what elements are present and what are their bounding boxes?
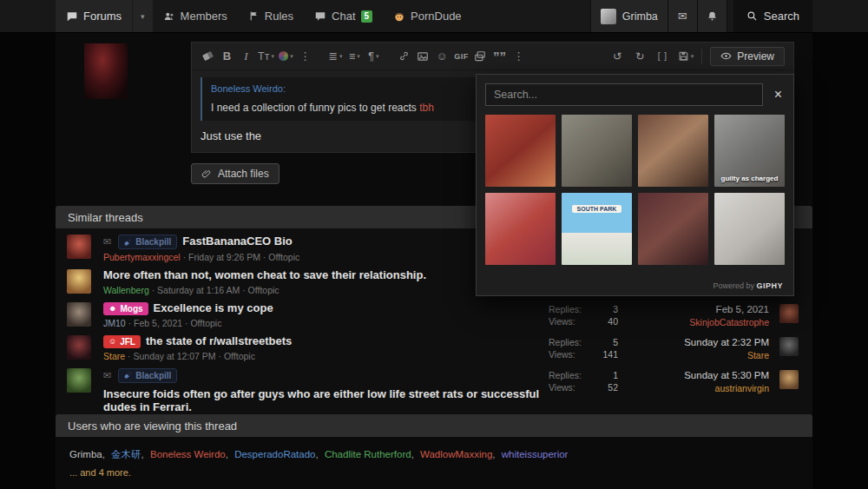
bold-button[interactable]: B xyxy=(220,47,234,66)
chevron-down-icon: ▾ xyxy=(271,53,274,60)
gif-thumbnail[interactable]: SOUTH PARK xyxy=(562,193,632,265)
quote-highlight: tbh xyxy=(419,102,434,114)
ellipsis-icon: ⋮ xyxy=(513,50,524,63)
nav-item-chat[interactable]: Chat 5 xyxy=(304,0,383,32)
nav-item-rules[interactable]: Rules xyxy=(238,0,304,32)
gif-button[interactable]: GIF xyxy=(454,47,469,66)
list-button[interactable]: ≣▾ xyxy=(328,47,343,66)
viewer-name[interactable]: Boneless Weirdo xyxy=(150,449,226,459)
last-post-date[interactable]: Sunday at 2:32 PM xyxy=(630,337,769,347)
thread-forum[interactable]: Offtopic xyxy=(224,351,255,361)
thread-avatar[interactable] xyxy=(67,368,91,393)
more-insert-button[interactable]: ⋮ xyxy=(511,47,526,66)
remove-formatting-button[interactable] xyxy=(201,47,215,66)
prefix-blackpill[interactable]: Blackpill xyxy=(118,235,177,249)
gif-thumbnail[interactable] xyxy=(638,193,708,265)
thread-meta: Stare · Sunday at 12:07 PM · Offtopic xyxy=(103,351,540,361)
thread-title[interactable]: FastBananaCEO Bio xyxy=(182,235,292,248)
align-button[interactable]: ≡▾ xyxy=(347,47,362,66)
close-icon[interactable]: × xyxy=(772,88,785,102)
thread-avatar[interactable] xyxy=(67,335,91,360)
nav-item-members[interactable]: Members xyxy=(153,0,238,32)
last-poster-avatar[interactable] xyxy=(779,337,799,356)
thread-author[interactable]: Stare xyxy=(103,351,125,361)
insert-media-button[interactable] xyxy=(473,47,488,66)
last-poster[interactable]: SkinjobCatastrophe xyxy=(630,317,769,327)
gif-thumbnail[interactable] xyxy=(638,115,708,187)
gif-thumbnail[interactable] xyxy=(485,193,556,265)
thread-title[interactable]: the state of r/wallstreetbets xyxy=(146,335,292,348)
gif-thumbnail[interactable] xyxy=(562,115,632,187)
redo-button[interactable]: ↻ xyxy=(633,47,648,66)
more-format-button[interactable]: ⋮ xyxy=(298,47,312,66)
thread-forum[interactable]: Offtopic xyxy=(190,318,221,328)
thread-title[interactable]: Insecure foids often go after guys who a… xyxy=(103,388,540,414)
forums-icon xyxy=(66,10,78,23)
chevron-down-icon: ▾ xyxy=(141,12,145,21)
ellipsis-icon: ⋮ xyxy=(299,50,311,63)
thread-author[interactable]: Wallenberg xyxy=(103,285,149,295)
gif-thumbnail[interactable] xyxy=(485,115,556,187)
last-poster-avatar[interactable] xyxy=(779,304,799,323)
prefix-jfl[interactable]: ☺JFL xyxy=(103,335,141,348)
attach-files-button[interactable]: Attach files xyxy=(191,163,279,184)
gif-thumbnail[interactable] xyxy=(714,193,785,265)
smilie-button[interactable]: ☺ xyxy=(435,47,450,66)
insert-image-button[interactable] xyxy=(416,47,431,66)
mogs-icon: ☻ xyxy=(108,305,116,313)
last-poster[interactable]: austrianvirgin xyxy=(630,383,769,393)
paragraph-button[interactable]: ¶▾ xyxy=(366,47,381,66)
thread-forum[interactable]: Offtopic xyxy=(268,252,299,262)
thread-title[interactable]: More often than not, women cheat to save… xyxy=(103,269,426,282)
envelope-icon: ✉ xyxy=(678,10,687,23)
viewer-name[interactable]: DesperadoRatado xyxy=(234,449,315,459)
nav-messages-button[interactable]: ✉ xyxy=(668,0,698,32)
last-poster[interactable]: Stare xyxy=(630,350,769,360)
thread-row: ☺JFL the state of r/wallstreetbets Stare… xyxy=(56,332,812,365)
current-user-post-avatar[interactable] xyxy=(84,43,128,99)
thread-meta: JM10 · Feb 5, 2021 · Offtopic xyxy=(103,318,540,328)
porndude-icon xyxy=(393,10,405,23)
undo-button[interactable]: ↺ xyxy=(610,47,625,66)
viewer-name[interactable]: whiteissuperior xyxy=(502,449,569,459)
nav-chat-label: Chat xyxy=(332,10,355,23)
prefix-mogs[interactable]: ☻Mogs xyxy=(103,302,148,315)
last-poster-avatar[interactable] xyxy=(779,370,799,389)
nav-username: Grimba xyxy=(622,10,658,23)
viewer-name[interactable]: WadlowMaxxing xyxy=(420,449,492,459)
link-icon xyxy=(398,50,410,62)
gif-search-row: × xyxy=(485,83,785,106)
thread-forum[interactable]: Offtopic xyxy=(248,285,279,295)
thread-title[interactable]: Excellence is my cope xyxy=(154,302,273,315)
pill-icon xyxy=(124,372,133,380)
bbcode-toggle-button[interactable]: [ ] xyxy=(655,47,670,66)
italic-button[interactable]: I xyxy=(239,47,253,66)
thread-author[interactable]: JM10 xyxy=(103,318,126,328)
nav-item-porndude[interactable]: PornDude xyxy=(383,0,472,32)
gif-thumbnail[interactable]: guilty as charged xyxy=(714,115,785,187)
thread-avatar[interactable] xyxy=(67,302,91,327)
quote-button[interactable]: ”” xyxy=(492,47,507,66)
text-color-button[interactable]: ▾ xyxy=(279,47,293,66)
nav-user-button[interactable]: Grimba xyxy=(590,0,668,32)
preview-button[interactable]: Preview xyxy=(710,47,785,66)
thread-avatar[interactable] xyxy=(67,235,91,259)
font-size-button[interactable]: Tᴛ▾ xyxy=(258,47,274,66)
last-post-date[interactable]: Feb 5, 2021 xyxy=(630,304,769,314)
viewer-name[interactable]: 金木研 xyxy=(111,449,141,459)
gif-search-input[interactable] xyxy=(485,83,763,106)
drafts-button[interactable]: ▾ xyxy=(678,47,694,66)
nav-alerts-button[interactable] xyxy=(698,0,727,32)
thread-main: ☺JFL the state of r/wallstreetbets Stare… xyxy=(103,335,549,361)
viewer-name[interactable]: Chadlite Rutherford xyxy=(325,449,411,459)
nav-forums-dropdown[interactable]: ▾ xyxy=(132,0,153,32)
nav-item-forums[interactable]: Forums xyxy=(56,0,132,32)
thread-author[interactable]: Pubertymaxxingcel xyxy=(103,252,181,262)
rules-icon xyxy=(248,10,260,22)
prefix-blackpill[interactable]: Blackpill xyxy=(118,368,177,383)
insert-link-button[interactable] xyxy=(397,47,411,66)
last-post-date[interactable]: Sunday at 5:30 PM xyxy=(630,370,769,380)
thread-avatar[interactable] xyxy=(67,269,91,294)
nav-search-button[interactable]: Search xyxy=(733,0,812,32)
viewer-name[interactable]: Grimba xyxy=(69,449,102,459)
